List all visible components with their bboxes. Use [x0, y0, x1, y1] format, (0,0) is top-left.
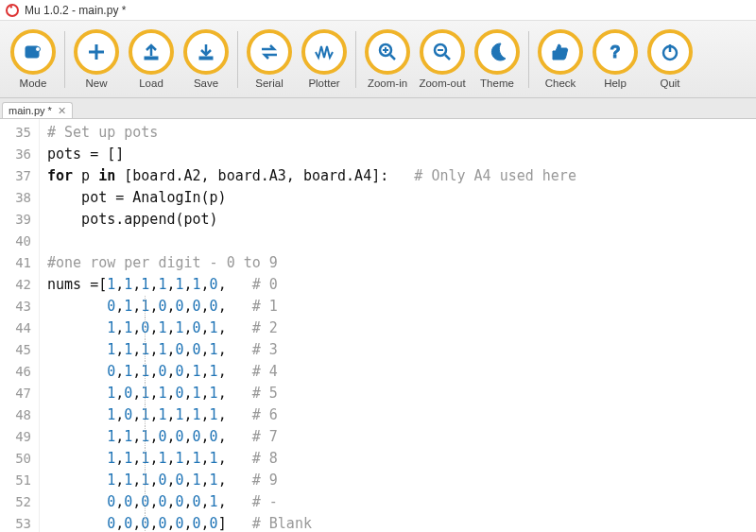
mode-button[interactable]: Mode: [6, 29, 60, 89]
zoom-in-icon: [365, 29, 410, 75]
close-icon[interactable]: ✕: [58, 106, 66, 116]
mode-icon: [10, 29, 56, 75]
code-line[interactable]: pot = AnalogIn(p): [47, 187, 756, 209]
plotter-label: Plotter: [308, 77, 339, 89]
code-line[interactable]: pots.append(pot): [47, 209, 756, 231]
quit-label: Quit: [660, 77, 679, 89]
code-line[interactable]: for p in [board.A2, board.A3, board.A4]:…: [47, 165, 756, 187]
svg-text:?: ?: [610, 43, 621, 61]
window-titlebar: Mu 1.0.2 - main.py *: [0, 0, 756, 21]
thumb-up-icon: [538, 29, 583, 75]
toolbar-separator: [64, 31, 65, 88]
line-number: 43: [0, 296, 39, 317]
line-number: 47: [0, 383, 39, 404]
code-line[interactable]: 1,0,1,1,1,1,1, # 6: [47, 404, 756, 426]
check-button[interactable]: Check: [533, 29, 588, 89]
svg-rect-3: [199, 57, 213, 60]
line-number: 37: [0, 165, 39, 187]
code-line[interactable]: 1,1,0,1,1,0,1, # 2: [47, 317, 756, 339]
theme-button[interactable]: Theme: [470, 29, 524, 89]
line-number: 53: [0, 513, 39, 532]
load-label: Load: [139, 77, 163, 89]
help-label: Help: [604, 77, 627, 89]
line-number: 35: [0, 122, 39, 144]
theme-label: Theme: [480, 77, 514, 89]
code-line[interactable]: 0,0,0,0,0,0,0] # Blank: [47, 513, 756, 532]
line-number: 48: [0, 404, 39, 426]
line-number: 40: [0, 231, 39, 252]
code-area[interactable]: # Set up potspots = []for p in [board.A2…: [40, 119, 756, 532]
toolbar-separator: [237, 31, 238, 88]
tab-bar: main.py * ✕: [0, 98, 756, 119]
toolbar: Mode New Load Save Serial Plotter: [0, 21, 756, 98]
plotter-button[interactable]: Plotter: [297, 29, 352, 89]
line-number: 38: [0, 187, 39, 209]
code-line[interactable]: 1,0,1,1,0,1,1, # 5: [47, 383, 756, 404]
line-number: 44: [0, 317, 39, 339]
zoom-out-label: Zoom-out: [419, 77, 465, 89]
serial-button[interactable]: Serial: [242, 29, 297, 89]
code-line[interactable]: 1,1,1,1,1,1,1, # 8: [47, 448, 756, 470]
wave-icon: [301, 29, 347, 75]
new-button[interactable]: New: [69, 29, 124, 89]
mode-label: Mode: [20, 77, 47, 89]
power-icon: [647, 29, 693, 75]
arrows-icon: [247, 29, 292, 75]
load-button[interactable]: Load: [124, 29, 179, 89]
plus-icon: [74, 29, 119, 75]
serial-label: Serial: [255, 77, 283, 89]
app-icon: [6, 4, 19, 17]
zoom-in-button[interactable]: Zoom-in: [360, 29, 415, 89]
line-number: 46: [0, 361, 39, 383]
line-number: 49: [0, 426, 39, 448]
help-button[interactable]: ? Help: [588, 29, 643, 89]
new-label: New: [85, 77, 107, 89]
code-line[interactable]: 0,1,1,0,0,1,1, # 4: [47, 361, 756, 383]
zoom-out-button[interactable]: Zoom-out: [415, 29, 470, 89]
line-number: 41: [0, 252, 39, 274]
tab-main-py[interactable]: main.py * ✕: [2, 102, 73, 118]
code-line[interactable]: 0,1,1,0,0,0,0, # 1: [47, 296, 756, 317]
tab-label: main.py *: [9, 105, 52, 116]
quit-button[interactable]: Quit: [643, 29, 697, 89]
code-line[interactable]: nums =[1,1,1,1,1,1,0, # 0: [47, 274, 756, 296]
toolbar-separator: [355, 31, 356, 88]
line-number: 39: [0, 209, 39, 231]
code-line[interactable]: 1,1,1,0,0,0,0, # 7: [47, 426, 756, 448]
code-editor[interactable]: 35363738394041424344454647484950515253 #…: [0, 119, 756, 532]
line-number: 36: [0, 144, 39, 165]
toolbar-separator: [528, 31, 529, 88]
moon-icon: [474, 29, 520, 75]
question-icon: ?: [593, 29, 638, 75]
save-button[interactable]: Save: [179, 29, 233, 89]
code-line[interactable]: 1,1,1,1,0,0,1, # 3: [47, 339, 756, 361]
line-number: 50: [0, 448, 39, 470]
zoom-out-icon: [420, 29, 465, 75]
window-title: Mu 1.0.2 - main.py *: [25, 4, 126, 17]
line-number: 51: [0, 470, 39, 491]
save-label: Save: [194, 77, 218, 89]
line-number: 45: [0, 339, 39, 361]
line-number: 42: [0, 274, 39, 296]
code-line[interactable]: pots = []: [47, 144, 756, 165]
code-line[interactable]: # Set up pots: [47, 122, 756, 144]
line-number-gutter: 35363738394041424344454647484950515253: [0, 119, 40, 532]
code-line[interactable]: #one row per digit - 0 to 9: [47, 252, 756, 274]
check-label: Check: [545, 77, 576, 89]
code-line[interactable]: 1,1,1,0,0,1,1, # 9: [47, 470, 756, 491]
code-line[interactable]: [47, 231, 756, 252]
upload-icon: [129, 29, 174, 75]
line-number: 52: [0, 491, 39, 513]
svg-point-1: [36, 47, 41, 52]
code-line[interactable]: 0,0,0,0,0,0,1, # -: [47, 491, 756, 513]
svg-rect-2: [145, 57, 158, 60]
zoom-in-label: Zoom-in: [368, 77, 407, 89]
download-icon: [183, 29, 229, 75]
